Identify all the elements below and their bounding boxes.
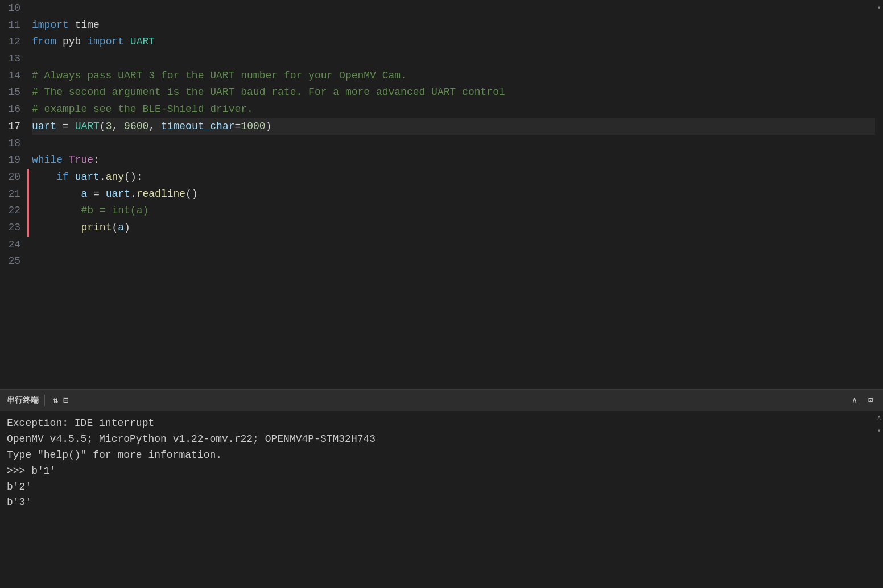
code-line-19: while True:: [32, 152, 875, 169]
save-icon[interactable]: ⊟: [63, 395, 69, 406]
line-number-25: 25: [0, 253, 20, 270]
code-line-22: #b = int(a): [32, 202, 875, 220]
terminal-divider: [44, 395, 45, 406]
terminal-expand-btn[interactable]: ∧: [849, 395, 860, 406]
token-kw: from: [32, 34, 56, 51]
line-number-13: 13: [0, 51, 20, 68]
token-cyan: UART: [130, 34, 155, 51]
terminal-line-1: OpenMV v4.5.5; MicroPython v1.22-omv.r22…: [7, 432, 876, 448]
token-kw: if: [56, 169, 69, 186]
code-line-10: [32, 0, 875, 17]
terminal-title: 串行终端: [7, 395, 39, 405]
editor-area: 10111213141516171819202122232425 import …: [0, 0, 883, 389]
token-num: 3: [106, 118, 112, 135]
token-cyan: UART: [75, 118, 100, 135]
token-cm: # example see the BLE-Shield driver.: [32, 101, 253, 118]
code-content[interactable]: import timefrom pyb import UART # Always…: [27, 0, 875, 389]
code-line-12: from pyb import UART: [32, 34, 875, 51]
line-number-22: 22: [0, 202, 20, 220]
token-var: a: [81, 186, 87, 203]
terminal-line-3: >>> b'1': [7, 463, 876, 479]
token-plain: ): [124, 220, 130, 237]
code-line-16: # example see the BLE-Shield driver.: [32, 101, 875, 118]
token-plain: (: [112, 220, 118, 237]
code-line-11: import time: [32, 17, 875, 34]
line-number-16: 16: [0, 101, 20, 118]
terminal-line-4: b'2': [7, 479, 876, 495]
terminal-controls: ∧ ⊡: [849, 395, 876, 406]
token-cm: # Always pass UART 3 for the UART number…: [32, 68, 407, 85]
token-var: uart: [106, 186, 130, 203]
token-num: 9600: [124, 118, 148, 135]
token-plain: [32, 202, 81, 220]
terminal-minimize-btn[interactable]: ⊡: [865, 395, 876, 406]
code-line-15: # The second argument is the UART baud r…: [32, 84, 875, 101]
editor-scrollbar[interactable]: ▾: [875, 0, 883, 389]
token-plain: [32, 186, 81, 203]
line-numbers: 10111213141516171819202122232425: [0, 0, 27, 389]
scroll-down-arrow[interactable]: ▾: [877, 2, 881, 14]
token-kw: while: [32, 152, 63, 169]
token-num: 1000: [241, 118, 265, 135]
code-line-18: [32, 135, 875, 152]
token-param: timeout_char: [161, 118, 235, 135]
line-number-18: 18: [0, 135, 20, 152]
code-line-20: if uart.any():: [32, 169, 875, 186]
line-number-14: 14: [0, 68, 20, 85]
line-number-10: 10: [0, 0, 20, 17]
token-plain: .: [130, 186, 137, 203]
token-fn: print: [81, 220, 112, 237]
token-kw: import: [32, 17, 69, 34]
code-line-17: uart = UART(3, 9600, timeout_char=1000): [32, 118, 875, 135]
line-number-20: 20: [0, 169, 20, 186]
token-plain: (): [185, 186, 198, 203]
token-plain: (: [100, 118, 106, 135]
line-number-12: 12: [0, 34, 20, 51]
terminal-header: 串行终端 ⇅ ⊟ ∧ ⊡: [0, 390, 883, 411]
code-line-25: [32, 253, 875, 270]
code-line-14: # Always pass UART 3 for the UART number…: [32, 68, 875, 85]
token-plain: pyb: [56, 34, 87, 51]
line-number-23: 23: [0, 220, 20, 237]
token-plain: [124, 34, 130, 51]
token-cm: #b = int(a): [81, 202, 148, 220]
code-container: 10111213141516171819202122232425 import …: [0, 0, 883, 389]
code-line-23: print(a): [32, 220, 875, 237]
token-plain: [32, 220, 81, 237]
token-plain: [69, 169, 75, 186]
token-var: uart: [32, 118, 56, 135]
token-plain: .: [100, 169, 106, 186]
token-plain: [32, 169, 56, 186]
terminal-line-0: Exception: IDE interrupt: [7, 416, 876, 432]
red-indicator-bar: [27, 186, 29, 203]
token-plain: [63, 152, 69, 169]
terminal-panel: 串行终端 ⇅ ⊟ ∧ ⊡ Exception: IDE interruptOpe…: [0, 389, 883, 588]
token-var: a: [118, 220, 124, 237]
token-kw2: True: [69, 152, 93, 169]
token-plain: =: [235, 118, 241, 135]
line-number-17: 17: [0, 118, 20, 135]
line-number-11: 11: [0, 17, 20, 34]
terminal-content[interactable]: Exception: IDE interruptOpenMV v4.5.5; M…: [0, 411, 883, 588]
token-kw: import: [87, 34, 124, 51]
line-number-19: 19: [0, 152, 20, 169]
token-var: uart: [75, 169, 100, 186]
red-indicator-bar: [27, 202, 29, 220]
token-plain: =: [87, 186, 105, 203]
token-plain: =: [56, 118, 75, 135]
line-number-15: 15: [0, 84, 20, 101]
token-fn: any: [106, 169, 124, 186]
token-cm: # The second argument is the UART baud r…: [32, 84, 505, 101]
terminal-scrollbar[interactable]: ∧ ▾: [875, 411, 883, 588]
token-plain: ,: [112, 118, 124, 135]
red-indicator-bar: [27, 220, 29, 237]
terminal-scroll-down[interactable]: ▾: [877, 424, 881, 437]
token-plain: ,: [148, 118, 161, 135]
connect-icon[interactable]: ⇅: [53, 395, 59, 406]
terminal-line-5: b'3': [7, 495, 876, 511]
terminal-scroll-up[interactable]: ∧: [877, 411, 881, 424]
red-indicator-bar: [27, 169, 29, 186]
terminal-line-2: Type "help()" for more information.: [7, 448, 876, 463]
token-plain: time: [69, 17, 100, 34]
token-plain: ():: [124, 169, 142, 186]
